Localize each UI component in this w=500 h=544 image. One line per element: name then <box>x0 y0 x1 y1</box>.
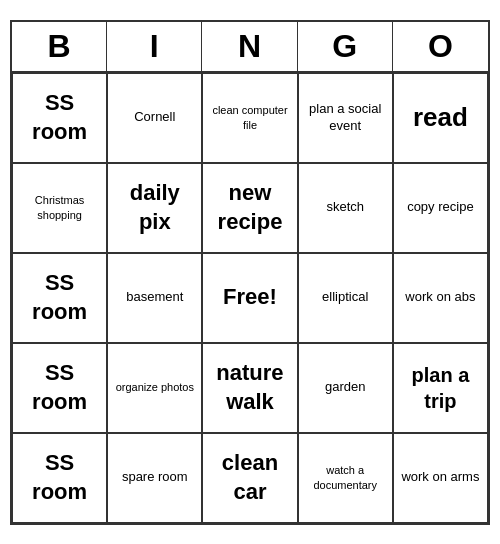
bingo-cell-5: Christmas shopping <box>12 163 107 253</box>
bingo-cell-15: SS room <box>12 343 107 433</box>
bingo-cell-22: clean car <box>202 433 297 523</box>
bingo-cell-24: work on arms <box>393 433 488 523</box>
bingo-cell-2: clean computer file <box>202 73 297 163</box>
bingo-cell-12: Free! <box>202 253 297 343</box>
bingo-cell-17: nature walk <box>202 343 297 433</box>
bingo-grid: SS roomCornellclean computer fileplan a … <box>12 73 488 523</box>
bingo-cell-13: elliptical <box>298 253 393 343</box>
bingo-cell-11: basement <box>107 253 202 343</box>
bingo-cell-3: plan a social event <box>298 73 393 163</box>
bingo-cell-14: work on abs <box>393 253 488 343</box>
bingo-cell-19: plan a trip <box>393 343 488 433</box>
bingo-cell-9: copy recipe <box>393 163 488 253</box>
header-letter-n: N <box>202 22 297 71</box>
bingo-cell-8: sketch <box>298 163 393 253</box>
bingo-cell-21: spare room <box>107 433 202 523</box>
bingo-cell-10: SS room <box>12 253 107 343</box>
bingo-cell-0: SS room <box>12 73 107 163</box>
header-letter-b: B <box>12 22 107 71</box>
bingo-cell-7: new recipe <box>202 163 297 253</box>
bingo-card: BINGO SS roomCornellclean computer filep… <box>10 20 490 525</box>
bingo-cell-1: Cornell <box>107 73 202 163</box>
header-letter-g: G <box>298 22 393 71</box>
bingo-cell-20: SS room <box>12 433 107 523</box>
header-letter-i: I <box>107 22 202 71</box>
header-letter-o: O <box>393 22 488 71</box>
bingo-cell-6: daily pix <box>107 163 202 253</box>
bingo-header: BINGO <box>12 22 488 73</box>
bingo-cell-16: organize photos <box>107 343 202 433</box>
bingo-cell-18: garden <box>298 343 393 433</box>
bingo-cell-23: watch a documentary <box>298 433 393 523</box>
bingo-cell-4: read <box>393 73 488 163</box>
